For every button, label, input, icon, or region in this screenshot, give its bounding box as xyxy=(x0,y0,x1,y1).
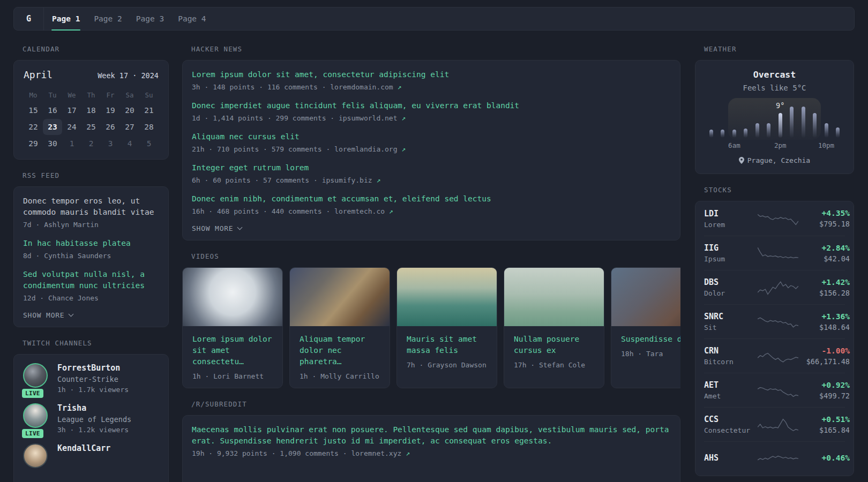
rss-section-label: RSS FEED xyxy=(23,171,169,179)
stock-sparkline xyxy=(758,415,798,434)
rss-item-link[interactable]: Sed volutpat nulla nisl, a condimentum n… xyxy=(23,269,159,291)
weather-bar xyxy=(836,127,840,138)
stock-row[interactable]: AHS +0.46% xyxy=(704,441,845,476)
subreddit-section-label: /R/SUBREDDIT xyxy=(191,400,680,408)
stock-symbol: CCS xyxy=(704,415,758,424)
stock-name: Lorem xyxy=(704,221,758,229)
calendar-section-label: CALENDAR xyxy=(23,45,169,53)
rss-item-link[interactable]: In hac habitasse platea xyxy=(23,238,159,249)
hn-story-link[interactable]: Donec imperdiet augue tincidunt felis al… xyxy=(192,100,671,111)
rss-show-more-button[interactable]: SHOW MORE xyxy=(23,311,159,319)
weather-chart: 9° 6am2pm10pm xyxy=(709,100,840,149)
video-title-link[interactable]: Aliquam tempor dolor nec pharetra… xyxy=(300,334,381,367)
avatar[interactable] xyxy=(23,363,48,388)
stock-row[interactable]: SNRC Sit +1.36% $148.64 xyxy=(704,304,845,338)
hn-story-link[interactable]: Integer eget rutrum lorem xyxy=(192,162,671,174)
video-title-link[interactable]: Nullam posuere cursus ex xyxy=(514,334,595,356)
calendar-weekday: Tu xyxy=(43,89,62,102)
rss-item-link[interactable]: Donec tempor eros leo, ut commodo mauris… xyxy=(23,195,159,218)
videos-widget: VIDEOS Lorem ipsum dolor sit amet consec… xyxy=(182,252,680,388)
external-link-icon: ↗ xyxy=(389,207,393,215)
stock-sparkline xyxy=(758,347,798,366)
stock-row[interactable]: DBS Dolor +1.42% $156.28 xyxy=(704,270,845,304)
nav-tab[interactable]: Page 4 xyxy=(171,7,213,30)
stock-sparkline xyxy=(758,244,798,263)
external-link-icon: ↗ xyxy=(398,83,402,91)
daylight-region xyxy=(728,98,820,140)
stock-sparkline xyxy=(758,312,798,332)
video-thumbnail[interactable] xyxy=(611,268,680,326)
calendar-day: 25 xyxy=(81,119,101,135)
avatar[interactable] xyxy=(23,403,48,428)
stock-change: +4.35% xyxy=(798,209,850,217)
chevron-down-icon xyxy=(237,225,243,230)
hn-story-domain-link[interactable]: ipsumworld.net xyxy=(339,114,398,122)
dashboard: CALENDAR April Week 17 · 2024 MoTuWeThFr… xyxy=(0,45,868,482)
nav-tab[interactable]: Page 1 xyxy=(45,7,87,30)
calendar-day: 2 xyxy=(81,135,101,152)
video-thumbnail[interactable] xyxy=(183,268,282,326)
video-card[interactable]: Mauris sit amet massa felis 7h · Grayson… xyxy=(396,267,497,388)
video-card[interactable]: Aliquam tempor dolor nec pharetra… 1h · … xyxy=(289,267,390,388)
calendar-day: 16 xyxy=(43,102,62,118)
stock-row[interactable]: IIG Ipsum +2.84% $42.04 xyxy=(704,236,845,270)
video-card[interactable]: Lorem ipsum dolor sit amet consectetu… 1… xyxy=(182,267,283,388)
hn-story-meta: 21h · 710 points · 579 comments · loreml… xyxy=(192,145,671,153)
hn-story-domain-link[interactable]: ipsumify.biz xyxy=(322,176,372,184)
weather-bar xyxy=(790,107,794,138)
stock-price: $148.64 xyxy=(798,323,850,332)
stock-change: +2.84% xyxy=(798,244,850,252)
video-title-link[interactable]: Mauris sit amet massa felis xyxy=(407,334,488,356)
stock-row[interactable]: LDI Lorem +4.35% $795.18 xyxy=(704,201,845,236)
calendar-day: 29 xyxy=(24,135,43,152)
hacker-news-section-label: HACKER NEWS xyxy=(191,45,680,53)
stock-price: $66,171.48 xyxy=(798,357,850,366)
hn-story-link[interactable]: Donec enim nibh, condimentum et accumsan… xyxy=(192,193,671,205)
twitch-channel-name[interactable]: ForrestBurton xyxy=(57,363,129,373)
twitch-channel-category: League of Legends xyxy=(57,415,131,424)
left-column: CALENDAR April Week 17 · 2024 MoTuWeThFr… xyxy=(13,45,169,482)
video-card[interactable]: Suspendisse diam 18h · Tara xyxy=(611,267,680,388)
stocks-section-label: STOCKS xyxy=(704,186,854,194)
weather-bar xyxy=(709,130,713,138)
reddit-post-domain-link[interactable]: loremnet.xyz xyxy=(351,449,401,457)
video-thumbnail[interactable] xyxy=(397,268,497,326)
reddit-post-link[interactable]: Maecenas mollis pulvinar erat non posuer… xyxy=(192,424,671,447)
calendar-day: 15 xyxy=(24,102,43,118)
rss-item: Sed volutpat nulla nisl, a condimentum n… xyxy=(23,269,159,302)
stock-row[interactable]: AET Amet +0.92% $499.72 xyxy=(704,373,845,407)
hn-story-meta: 16h · 468 points · 440 comments · loremt… xyxy=(192,207,671,215)
stock-change: +0.51% xyxy=(798,415,850,424)
video-thumbnail[interactable] xyxy=(504,268,604,326)
calendar-weekday: Th xyxy=(81,89,101,102)
hn-story-link[interactable]: Lorem ipsum dolor sit amet, consectetur … xyxy=(192,69,671,80)
twitch-channel-name[interactable]: KendallCarr xyxy=(57,443,110,453)
hn-story-domain-link[interactable]: loremtech.co xyxy=(334,207,385,215)
weather-time-label: 2pm xyxy=(774,141,787,149)
avatar[interactable] xyxy=(23,443,48,468)
stock-row[interactable]: CRN Bitcorn -1.00% $66,171.48 xyxy=(704,338,845,373)
twitch-channel-row[interactable]: LIVE ForrestBurton Counter-Strike 1h · 1… xyxy=(23,363,159,394)
nav-tab[interactable]: Page 3 xyxy=(129,7,171,30)
twitch-channel-name[interactable]: Trisha xyxy=(57,403,131,413)
twitch-channel-row[interactable]: LIVE KendallCarr xyxy=(23,443,159,468)
nav-tab[interactable]: Page 2 xyxy=(87,7,129,30)
hn-story-domain-link[interactable]: loremdomain.com xyxy=(330,83,393,91)
calendar-day: 4 xyxy=(120,135,139,152)
hn-show-more-button[interactable]: SHOW MORE xyxy=(192,224,671,232)
weather-feels-like: Feels like 5°C xyxy=(695,84,854,92)
calendar-day: 21 xyxy=(139,102,159,118)
hn-story-domain-link[interactable]: loremlandia.org xyxy=(334,145,397,153)
stock-row[interactable]: CCS Consectetur +0.51% $165.84 xyxy=(704,407,845,441)
video-title-link[interactable]: Lorem ipsum dolor sit amet consectetu… xyxy=(192,334,274,367)
video-thumbnail[interactable] xyxy=(290,268,390,326)
calendar-day: 27 xyxy=(120,119,139,135)
video-card[interactable]: Nullam posuere cursus ex 17h · Stefan Co… xyxy=(504,267,604,388)
twitch-channel-row[interactable]: LIVE Trisha League of Legends 3h · 1.2k … xyxy=(23,403,159,434)
app-logo: G xyxy=(14,7,44,30)
stock-symbol: AET xyxy=(704,380,758,390)
video-title-link[interactable]: Suspendisse diam xyxy=(621,334,680,345)
weather-condition: Overcast xyxy=(695,70,854,80)
hn-story-link[interactable]: Aliquam nec cursus elit xyxy=(192,131,671,142)
stock-sparkline xyxy=(758,209,798,228)
